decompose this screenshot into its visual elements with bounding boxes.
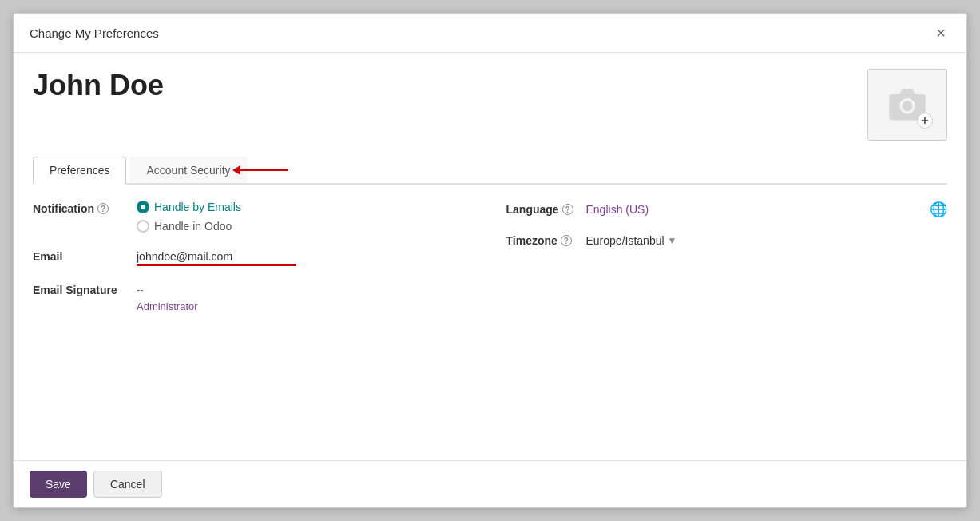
arrow-line: [240, 169, 288, 171]
notification-help-icon[interactable]: ?: [97, 203, 109, 214]
preferences-dialog: Change My Preferences × John Doe + Prefe…: [13, 13, 967, 508]
timezone-row: Timezone ? Europe/Istanbul ▼: [506, 234, 948, 247]
radio-handle-by-emails[interactable]: Handle by Emails: [137, 201, 474, 213]
dialog-body: John Doe + Preferences Account Security: [14, 53, 966, 460]
language-value: English (US): [586, 203, 930, 216]
email-label: Email: [33, 249, 137, 263]
save-button[interactable]: Save: [30, 471, 87, 498]
cancel-button[interactable]: Cancel: [93, 471, 162, 498]
timezone-dropdown[interactable]: Europe/Istanbul ▼: [586, 234, 677, 247]
tab-account-security[interactable]: Account Security: [129, 157, 247, 183]
radio-handle-in-odoo[interactable]: Handle in Odoo: [137, 220, 474, 233]
user-name: John Doe: [33, 69, 164, 102]
tabs-container: Preferences Account Security: [33, 157, 947, 185]
email-input[interactable]: [137, 249, 296, 266]
notification-label: Notification ?: [33, 201, 137, 215]
camera-icon: +: [887, 84, 928, 125]
radio-label-odoo: Handle in Odoo: [154, 220, 232, 233]
email-signature-label: Email Signature: [33, 282, 137, 296]
radio-circle-emails: [137, 201, 149, 213]
email-signature-value: -- Administrator: [137, 282, 474, 316]
tab-preferences[interactable]: Preferences: [33, 157, 126, 185]
arrow-head: [232, 165, 240, 175]
user-section: John Doe +: [33, 69, 947, 141]
radio-circle-odoo: [137, 220, 149, 233]
svg-point-0: [903, 101, 913, 111]
globe-icon: 🌐: [930, 201, 947, 218]
form-left: Notification ? Handle by Emails Handle i…: [33, 201, 474, 332]
timezone-value: Europe/Istanbul: [586, 234, 665, 247]
form-right: Language ? English (US) 🌐 Timezone ? Eur…: [506, 201, 948, 332]
chevron-down-icon: ▼: [668, 235, 677, 246]
timezone-help-icon[interactable]: ?: [561, 235, 572, 246]
dialog-header: Change My Preferences ×: [14, 14, 966, 53]
timezone-label: Timezone ?: [506, 234, 586, 247]
form-content: Notification ? Handle by Emails Handle i…: [33, 201, 947, 332]
language-help-icon[interactable]: ?: [562, 204, 573, 215]
avatar-upload[interactable]: +: [867, 69, 947, 141]
email-value: [137, 249, 474, 266]
close-button[interactable]: ×: [931, 23, 950, 42]
dialog-footer: Save Cancel: [14, 460, 966, 507]
notification-options: Handle by Emails Handle in Odoo: [137, 201, 474, 233]
language-label: Language ?: [506, 203, 586, 216]
signature-name: Administrator: [137, 299, 474, 316]
language-row: Language ? English (US) 🌐: [506, 201, 948, 218]
email-row: Email: [33, 249, 474, 266]
radio-label-emails: Handle by Emails: [154, 201, 241, 213]
arrow-indicator: [232, 165, 288, 175]
notification-row: Notification ? Handle by Emails Handle i…: [33, 201, 474, 233]
dialog-title: Change My Preferences: [30, 26, 159, 40]
email-signature-row: Email Signature -- Administrator: [33, 282, 474, 316]
plus-icon: +: [917, 113, 933, 129]
